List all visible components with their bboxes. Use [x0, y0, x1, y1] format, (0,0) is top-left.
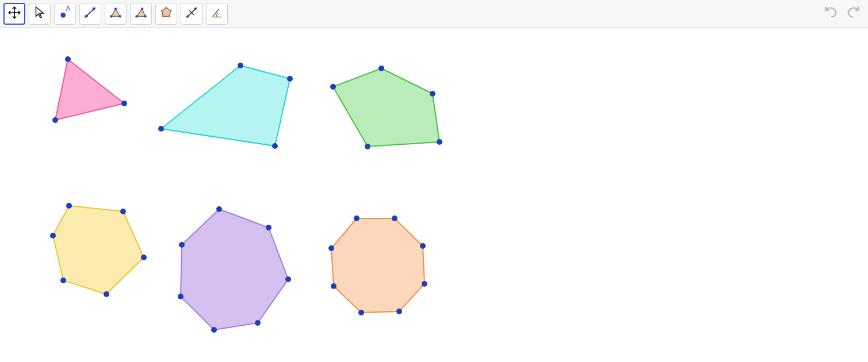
svg-point-22: [217, 12, 219, 14]
vertex-point[interactable]: [66, 203, 72, 209]
svg-point-10: [144, 15, 146, 17]
vertex-point[interactable]: [365, 144, 370, 149]
vertex-point[interactable]: [272, 143, 278, 149]
vertex-point[interactable]: [50, 233, 56, 238]
svg-point-17: [160, 9, 163, 11]
vertex-point[interactable]: [60, 278, 66, 283]
svg-point-14: [170, 9, 172, 11]
vertex-point[interactable]: [420, 243, 426, 249]
undo-icon: [823, 5, 838, 22]
vertex-point[interactable]: [331, 283, 337, 289]
vertex-point[interactable]: [255, 320, 261, 326]
redo-button[interactable]: [845, 5, 862, 22]
svg-marker-12: [162, 7, 170, 16]
vertex-point[interactable]: [104, 291, 109, 297]
vertex-point[interactable]: [330, 84, 336, 90]
svg-point-16: [162, 15, 165, 17]
vertex-point[interactable]: [179, 242, 185, 248]
vertex-point[interactable]: [396, 309, 402, 314]
undo-button[interactable]: [822, 5, 839, 22]
svg-point-7: [114, 7, 117, 10]
svg-point-15: [168, 15, 170, 17]
angle-tool-button[interactable]: [206, 3, 228, 25]
quadrilateral-shape[interactable]: [161, 66, 290, 146]
pointer-tool-button[interactable]: [29, 3, 51, 25]
svg-point-5: [110, 15, 112, 17]
vertex-point[interactable]: [328, 245, 334, 251]
vertex-point[interactable]: [121, 101, 127, 106]
vertex-point[interactable]: [378, 66, 384, 71]
redo-icon: [846, 5, 861, 22]
polygon-icon: [133, 5, 148, 22]
hexagon-shape[interactable]: [53, 206, 144, 294]
svg-point-6: [118, 15, 121, 17]
svg-point-2: [85, 14, 88, 17]
line-icon: [83, 5, 98, 22]
vertex-point[interactable]: [392, 215, 397, 221]
svg-point-11: [141, 7, 143, 10]
point-label: A: [66, 5, 70, 13]
vertex-point[interactable]: [216, 206, 222, 212]
toolbar: A: [0, 0, 868, 28]
triangle-tool-button[interactable]: [105, 3, 127, 25]
vertex-point[interactable]: [358, 310, 364, 315]
vertex-point[interactable]: [211, 327, 217, 333]
pentagon-shape[interactable]: [333, 68, 439, 147]
cursor-icon: [32, 5, 47, 22]
svg-point-21: [194, 7, 196, 10]
svg-point-20: [186, 15, 189, 17]
svg-point-13: [165, 6, 167, 9]
vertex-point[interactable]: [430, 91, 435, 97]
point-tool-button[interactable]: A: [54, 3, 76, 25]
polygon-tool-button[interactable]: [130, 3, 152, 25]
svg-point-0: [60, 13, 66, 18]
app-root: A: [0, 0, 868, 362]
point-icon: A: [58, 5, 72, 22]
bisector-icon: [184, 5, 199, 22]
svg-point-9: [135, 15, 137, 17]
heptagon-shape[interactable]: [181, 209, 288, 330]
drawing-canvas[interactable]: [0, 28, 868, 362]
canvas-svg: [0, 28, 868, 362]
triangle-icon: [108, 5, 123, 22]
triangle-shape[interactable]: [55, 59, 124, 120]
rigid-polygon-tool-button[interactable]: [155, 3, 177, 25]
vertex-point[interactable]: [437, 139, 442, 145]
vertex-point[interactable]: [287, 76, 293, 82]
vertex-point[interactable]: [52, 117, 58, 123]
vertex-point[interactable]: [120, 209, 126, 214]
move-icon: [7, 5, 22, 22]
vertex-point[interactable]: [422, 281, 427, 287]
vertex-point[interactable]: [354, 215, 360, 221]
svg-marker-8: [136, 9, 145, 16]
bisector-tool-button[interactable]: [181, 3, 202, 25]
vertex-point[interactable]: [266, 225, 272, 230]
vertex-point[interactable]: [178, 294, 183, 299]
line-tool-button[interactable]: [79, 3, 101, 25]
octagon-shape[interactable]: [331, 218, 425, 313]
rigid-polygon-icon: [159, 5, 174, 22]
svg-point-3: [92, 7, 95, 10]
move-tool-button[interactable]: [3, 3, 25, 25]
vertex-point[interactable]: [65, 56, 71, 62]
vertex-point[interactable]: [158, 126, 164, 132]
vertex-point[interactable]: [238, 63, 243, 68]
angle-icon: [209, 5, 224, 22]
vertex-point[interactable]: [141, 255, 147, 260]
vertex-point[interactable]: [285, 276, 291, 282]
